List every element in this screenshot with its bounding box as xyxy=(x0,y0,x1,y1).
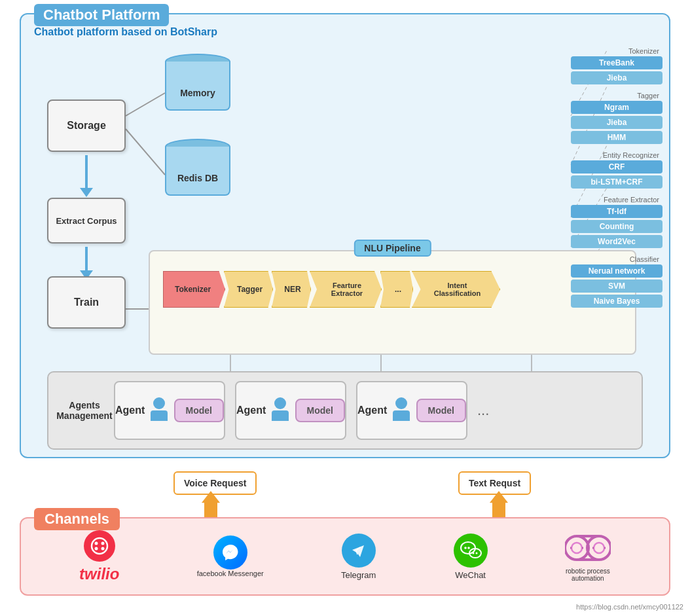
memory-db: Memory xyxy=(165,54,230,113)
agents-management: AgentsManagement Agent Model Agent Model xyxy=(47,371,643,450)
tagger-section-label: Tagger xyxy=(571,92,663,100)
agent-body-3 xyxy=(393,410,410,421)
chatbot-platform-container: Chatbot Platform Chatbot platform based … xyxy=(20,13,670,458)
svg-point-24 xyxy=(472,552,474,554)
tokenizer-section-label: Tokenizer xyxy=(571,47,663,55)
text-request-label: Text Requst xyxy=(469,478,520,488)
arrow-shaft-2 xyxy=(85,247,88,270)
pipeline-items: Tokenizer Tagger NER Fearture Extractor … xyxy=(163,271,622,308)
pipeline-tagger: Tagger xyxy=(224,271,273,308)
rpa-circle xyxy=(565,531,611,565)
classifier-section-label: Classifier xyxy=(571,255,663,263)
inner-platform-label: Chatbot platform based on BotSharp xyxy=(34,26,217,38)
svm-badge: SVM xyxy=(571,280,663,293)
jieba-badge-2: Jieba xyxy=(571,116,663,129)
naive-bayes-badge: Naive Bayes xyxy=(571,295,663,308)
svg-line-1 xyxy=(126,129,165,175)
train-label: Train xyxy=(74,297,99,308)
agent-box-2: Agent Model xyxy=(235,381,346,440)
agent-label-1: Agent xyxy=(115,405,145,416)
nlu-pipeline-container: NLU Pipeline Tokenizer Tagger NER Feartu… xyxy=(149,250,636,355)
arrow-extract-to-train xyxy=(80,247,93,280)
jieba-badge-1: Jieba xyxy=(571,71,663,84)
svg-point-19 xyxy=(101,547,104,550)
model-box-3: Model xyxy=(416,399,466,422)
memory-label: Memory xyxy=(166,88,229,98)
pipeline-intent: Intent Classification xyxy=(412,271,500,308)
feature-section-label: Feature Extractor xyxy=(571,196,663,204)
redis-label: Redis DB xyxy=(166,173,229,183)
svg-point-15 xyxy=(92,538,107,554)
arrow-shaft xyxy=(85,155,88,188)
model-box-2: Model xyxy=(295,399,345,422)
right-labels-panel: Tokenizer TreeBank Jieba Tagger Ngram Ji… xyxy=(571,47,663,310)
entity-section-label: Entity Recognizer xyxy=(571,151,663,159)
model-label-1: Model xyxy=(186,405,212,416)
voice-request-label: Voice Request xyxy=(184,478,246,488)
svg-point-27 xyxy=(587,536,611,560)
rpa-channel: robotic process automation xyxy=(565,531,611,582)
agent-icon-3 xyxy=(392,397,410,424)
svg-point-17 xyxy=(101,541,104,545)
redis-db: Redis DB xyxy=(165,139,230,198)
agent-body-2 xyxy=(272,410,289,421)
channels-title: Channels xyxy=(34,508,120,530)
neural-badge: Nerual network xyxy=(571,264,663,278)
agent-box-1: Agent Model xyxy=(114,381,225,440)
word2vec-badge: Word2Vec xyxy=(571,235,663,248)
model-box-1: Model xyxy=(174,399,224,422)
wechat-icon xyxy=(460,541,482,560)
ngram-badge: Ngram xyxy=(571,101,663,114)
hmm-badge: HMM xyxy=(571,131,663,144)
rpa-icon xyxy=(565,531,611,565)
memory-cylinder: Memory xyxy=(165,54,230,113)
svg-point-30 xyxy=(572,543,582,553)
agent-label-2: Agent xyxy=(236,405,266,416)
redis-cylinder: Redis DB xyxy=(165,139,230,198)
svg-point-16 xyxy=(94,541,98,545)
twilio-circle xyxy=(84,530,115,562)
watermark: https://blog.csdn.net/xmcy001122 xyxy=(576,603,683,611)
arrow-storage-to-extract xyxy=(80,155,93,197)
counting-badge: Counting xyxy=(571,220,663,233)
model-label-2: Model xyxy=(307,405,333,416)
twilio-text: twilio xyxy=(79,565,119,583)
extract-corpus-label: Extract Corpus xyxy=(56,216,117,226)
chatbot-platform-title: Chatbot Platform xyxy=(34,4,169,26)
facebook-messenger-channel: facebook Messenger xyxy=(197,535,264,577)
agent-head-3 xyxy=(395,397,407,409)
telegram-icon xyxy=(348,540,369,561)
fb-circle xyxy=(213,535,247,570)
wechat-label: WeChat xyxy=(455,570,486,580)
agent-box-3: Agent Model xyxy=(356,381,467,440)
svg-point-25 xyxy=(475,552,477,554)
bilstm-badge: bi-LSTM+CRF xyxy=(571,175,663,189)
orange-head-up-voice xyxy=(202,491,220,503)
telegram-circle xyxy=(342,534,376,568)
svg-line-0 xyxy=(126,93,165,116)
twilio-channel: twilio xyxy=(79,530,119,583)
svg-point-22 xyxy=(467,547,470,549)
memory-cylinder-body: Memory xyxy=(165,62,230,111)
pipeline-ner: NER xyxy=(272,271,311,308)
fb-label: facebook Messenger xyxy=(197,570,264,577)
extract-corpus-box: Extract Corpus xyxy=(47,198,126,244)
orange-head-up-text xyxy=(490,491,508,503)
agent-body-1 xyxy=(151,410,168,421)
nlu-pipeline-label: NLU Pipeline xyxy=(354,240,431,257)
agent-label-3: Agent xyxy=(357,405,387,416)
svg-point-18 xyxy=(94,547,98,550)
tfidf-badge: Tf-Idf xyxy=(571,205,663,218)
fb-messenger-icon xyxy=(221,543,240,562)
svg-point-31 xyxy=(594,543,604,553)
telegram-label: Telegram xyxy=(341,570,376,580)
wechat-channel: WeChat xyxy=(454,534,488,580)
agent-head-1 xyxy=(153,397,165,409)
crf-badge: CRF xyxy=(571,160,663,173)
treebank-badge: TreeBank xyxy=(571,56,663,69)
train-box: Train xyxy=(47,276,126,329)
channels-container: Channels twilio facebook Messenger xyxy=(20,517,670,596)
agent-icon-1 xyxy=(150,397,168,424)
wechat-circle xyxy=(454,534,488,568)
agent-icon-2 xyxy=(271,397,289,424)
